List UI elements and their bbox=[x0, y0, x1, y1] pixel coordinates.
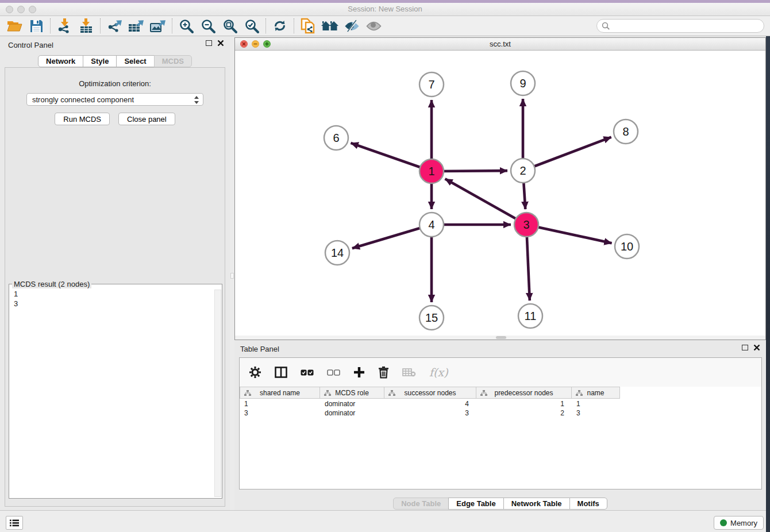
graph-node-9[interactable]: 9 bbox=[511, 71, 535, 95]
table-cell[interactable]: 3 bbox=[572, 408, 620, 417]
function-builder-icon[interactable]: f(x) bbox=[429, 366, 448, 379]
toolbar-separator bbox=[100, 18, 101, 33]
deselect-all-checks-icon[interactable] bbox=[327, 369, 340, 376]
delete-table-icon[interactable] bbox=[402, 368, 416, 377]
status-bar: Memory bbox=[0, 510, 766, 532]
close-panel-icon[interactable] bbox=[217, 40, 224, 47]
show-all-eye-icon[interactable] bbox=[363, 17, 384, 34]
tab-network[interactable]: Network bbox=[38, 55, 83, 67]
zoom-in-icon[interactable] bbox=[175, 17, 197, 34]
close-table-panel-icon[interactable] bbox=[753, 344, 760, 351]
graph-node-label: 8 bbox=[622, 125, 629, 138]
zoom-fit-icon[interactable] bbox=[219, 17, 241, 34]
toggle-columns-icon[interactable] bbox=[275, 367, 287, 378]
export-table-icon[interactable] bbox=[125, 17, 147, 34]
task-history-button[interactable] bbox=[6, 516, 23, 530]
export-network-icon[interactable] bbox=[103, 17, 125, 34]
delete-columns-trash-icon[interactable] bbox=[378, 366, 389, 379]
graph-node-3[interactable]: 3 bbox=[514, 213, 538, 237]
column-header-name[interactable]: name bbox=[572, 387, 620, 399]
run-mcds-button[interactable]: Run MCDS bbox=[55, 113, 110, 125]
table-tab-motifs[interactable]: Motifs bbox=[569, 498, 607, 510]
table-tab-node-table[interactable]: Node Table bbox=[393, 498, 449, 510]
graph-node-8[interactable]: 8 bbox=[614, 119, 638, 144]
graph-edge-2-8[interactable] bbox=[523, 137, 611, 171]
graph-node-6[interactable]: 6 bbox=[324, 126, 348, 150]
table-cell[interactable]: 3 bbox=[240, 408, 320, 417]
apply-layout-icon[interactable] bbox=[319, 17, 341, 34]
table-cell[interactable]: 1 bbox=[476, 399, 572, 408]
network-window: scc.txt 7968124314101511 bbox=[234, 37, 766, 340]
graph-node-7[interactable]: 7 bbox=[419, 72, 444, 97]
graph-edge-3-10[interactable] bbox=[526, 225, 612, 243]
graph-node-1[interactable]: 1 bbox=[419, 159, 444, 183]
table-cell[interactable]: dominator bbox=[320, 399, 384, 408]
select-all-checks-icon[interactable] bbox=[301, 369, 314, 376]
graph-node-11[interactable]: 11 bbox=[518, 304, 542, 328]
table-tab-network-table[interactable]: Network Table bbox=[503, 498, 570, 510]
table-tab-edge-table[interactable]: Edge Table bbox=[448, 498, 503, 510]
graph-node-label: 2 bbox=[519, 164, 526, 177]
graph-edge-3-1[interactable] bbox=[445, 179, 526, 225]
table-row[interactable]: 3dominator323 bbox=[240, 408, 761, 417]
add-column-icon[interactable] bbox=[353, 367, 365, 378]
list-icon bbox=[10, 519, 19, 527]
tab-select[interactable]: Select bbox=[116, 55, 154, 67]
float-table-panel-icon[interactable] bbox=[742, 345, 748, 350]
graph-node-14[interactable]: 14 bbox=[325, 241, 349, 265]
search-input[interactable] bbox=[610, 21, 764, 31]
float-panel-icon[interactable] bbox=[206, 40, 212, 46]
zoom-selected-icon[interactable] bbox=[241, 17, 263, 34]
window-title: Session: New Session bbox=[0, 5, 770, 13]
criterion-select[interactable]: strongly connected component bbox=[26, 93, 203, 106]
graph-edge-1-6[interactable] bbox=[351, 143, 432, 171]
network-canvas[interactable]: 7968124314101511 bbox=[235, 51, 765, 336]
table-cell[interactable]: 4 bbox=[384, 399, 476, 408]
result-scrollbar[interactable] bbox=[214, 290, 221, 497]
column-header-predecessor-nodes[interactable]: predecessor nodes bbox=[476, 387, 572, 399]
network-window-titlebar[interactable]: scc.txt bbox=[235, 38, 765, 51]
panel-splitter[interactable] bbox=[230, 36, 234, 510]
zoom-out-icon[interactable] bbox=[197, 17, 219, 34]
column-header-successor-nodes[interactable]: successor nodes bbox=[384, 387, 476, 399]
hide-selected-eye-icon[interactable] bbox=[341, 17, 363, 34]
table-row[interactable]: 1dominator411 bbox=[240, 399, 761, 408]
graph-node-4[interactable]: 4 bbox=[419, 213, 444, 237]
network-hscroll-thumb[interactable] bbox=[496, 336, 506, 339]
refresh-view-icon[interactable] bbox=[269, 17, 291, 34]
column-header-shared-name[interactable]: shared name bbox=[240, 387, 320, 399]
mcds-result-line: 3 bbox=[14, 299, 222, 309]
desktop-background bbox=[766, 36, 770, 532]
new-network-from-selection-icon[interactable] bbox=[297, 17, 319, 34]
tab-mcds[interactable]: MCDS bbox=[154, 55, 192, 67]
table-settings-gear-icon[interactable] bbox=[249, 366, 261, 379]
memory-button[interactable]: Memory bbox=[714, 516, 764, 530]
table-cell[interactable]: 1 bbox=[572, 399, 620, 408]
network-hscrollbar[interactable] bbox=[235, 336, 765, 340]
graph-node-2[interactable]: 2 bbox=[511, 159, 535, 183]
graph-node-10[interactable]: 10 bbox=[615, 234, 639, 259]
table-cell[interactable]: 2 bbox=[476, 408, 572, 417]
column-header-mcds-role[interactable]: MCDS role bbox=[320, 387, 384, 399]
select-stepper-icon bbox=[194, 95, 199, 106]
graph-node-label: 14 bbox=[331, 246, 344, 259]
table-cell[interactable]: dominator bbox=[320, 408, 384, 417]
table-cell[interactable]: 1 bbox=[240, 399, 320, 408]
mcds-result-line: 1 bbox=[14, 289, 222, 299]
graph-node-15[interactable]: 15 bbox=[419, 306, 444, 330]
open-session-icon[interactable] bbox=[3, 17, 25, 34]
search-box[interactable] bbox=[596, 19, 764, 33]
graph-node-label: 10 bbox=[621, 240, 633, 253]
close-panel-button[interactable]: Close panel bbox=[118, 113, 175, 125]
import-table-from-file-icon[interactable] bbox=[75, 17, 97, 34]
splitter-handle[interactable] bbox=[230, 273, 234, 279]
mcds-result-title: MCDS result (2 nodes) bbox=[12, 280, 91, 288]
export-image-icon[interactable] bbox=[147, 17, 169, 34]
table-cell[interactable]: 3 bbox=[384, 408, 476, 417]
import-network-from-file-icon[interactable] bbox=[53, 17, 75, 34]
tab-style[interactable]: Style bbox=[83, 55, 117, 67]
table-rows: 1dominator4113dominator323 bbox=[240, 399, 761, 417]
save-session-icon[interactable] bbox=[25, 17, 47, 34]
mcds-panel: Optimization criterion: strongly connect… bbox=[5, 67, 225, 507]
graph-node-label: 15 bbox=[425, 311, 438, 324]
